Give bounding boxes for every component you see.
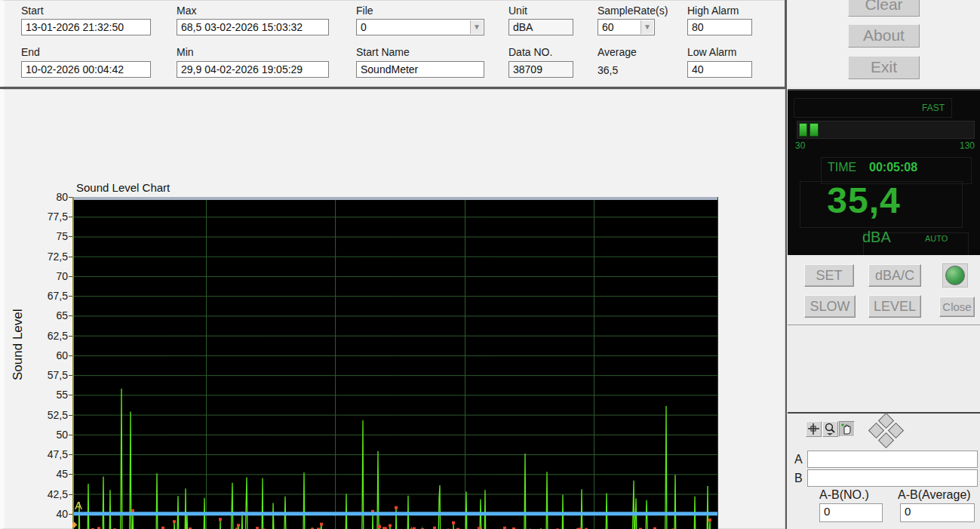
sample-rate-value: 60	[602, 21, 614, 33]
end-label: End	[21, 46, 40, 58]
low-alarm-label: Low Alarm	[687, 46, 736, 58]
y-tick-label: 55	[24, 389, 68, 401]
about-button[interactable]: About	[848, 24, 920, 48]
y-tick-label: 72,5	[24, 251, 68, 263]
magnifier-icon	[823, 422, 837, 436]
chart-panel: Sound Level Chart Sound Level Time 8077,…	[0, 89, 785, 529]
y-tick-label: 80	[24, 191, 68, 203]
data-no-field: 38709	[508, 61, 573, 78]
low-alarm-field[interactable]: 40	[687, 61, 752, 78]
zoom-tool-button[interactable]	[822, 421, 838, 437]
y-axis-title: Sound Level	[11, 309, 26, 380]
y-tick-label: 65	[24, 309, 68, 321]
sample-rate-combobox[interactable]: 60 ▼	[598, 19, 655, 35]
level-bar-segment	[809, 123, 819, 137]
unit-label: Unit	[508, 5, 527, 17]
file-combobox-value: 0	[361, 21, 367, 33]
datalog-header-panel: Start 13-01-2026 21:32:50 End 10-02-2026…	[0, 0, 785, 87]
window-buttons-panel: Clear About Exit	[788, 0, 980, 87]
high-alarm-label: High Alarm	[687, 5, 739, 17]
set-button[interactable]: SET	[804, 264, 854, 287]
start-label: Start	[21, 5, 44, 17]
y-tick-mark	[69, 217, 72, 217]
meter-unit-label: dBA	[862, 229, 891, 246]
y-tick-label: 62,5	[24, 330, 68, 342]
clear-button[interactable]: Clear	[848, 0, 920, 17]
level-button[interactable]: LEVEL	[868, 295, 921, 318]
y-tick-label: 45	[24, 468, 68, 480]
y-tick-mark	[69, 415, 72, 416]
average-value: 36,5	[598, 64, 618, 76]
end-field[interactable]: 10-02-2026 00:04:42	[21, 61, 151, 78]
ab-average-label: A-B(Average)	[898, 488, 971, 502]
close-button[interactable]: Close	[939, 297, 975, 317]
cursor-b-field[interactable]	[807, 469, 978, 487]
y-tick-label: 42,5	[24, 488, 68, 500]
led-tile	[942, 263, 968, 288]
y-tick-label: 57,5	[24, 369, 68, 381]
chart-title: Sound Level Chart	[76, 181, 170, 194]
range-mode-indicator: AUTO	[925, 234, 948, 243]
level-bargraph	[797, 121, 975, 139]
chevron-down-icon[interactable]: ▼	[641, 20, 653, 34]
start-field[interactable]: 13-01-2026 21:32:50	[21, 19, 151, 35]
soundmeter-app-window: Start 13-01-2026 21:32:50 End 10-02-2026…	[0, 0, 980, 529]
y-tick-mark	[69, 454, 72, 455]
sound-level-plot[interactable]	[72, 197, 718, 529]
min-field[interactable]: 29,9 04-02-2026 19:05:29	[177, 61, 329, 78]
unit-field: dBA	[508, 19, 573, 35]
y-tick-mark	[69, 296, 72, 297]
start-name-label: Start Name	[356, 46, 410, 58]
y-tick-mark	[69, 474, 72, 475]
cursor-b-label: B	[794, 472, 803, 485]
y-tick-label: 50	[24, 429, 68, 441]
legend-panel: AB SoundLevelFailureHigh AlarmLow Alarm	[788, 324, 980, 412]
dbac-button[interactable]: dBA/C	[868, 264, 921, 287]
file-combobox[interactable]: 0 ▼	[356, 19, 484, 35]
max-label: Max	[177, 5, 196, 17]
y-tick-mark	[69, 395, 72, 395]
current-level-readout: 35,4	[800, 180, 928, 221]
y-tick-mark	[69, 375, 72, 376]
y-tick-label: 75	[24, 230, 68, 242]
y-tick-mark	[69, 514, 72, 515]
slow-button[interactable]: SLOW	[804, 295, 856, 318]
hand-icon	[840, 422, 854, 436]
max-field[interactable]: 68,5 03-02-2026 15:03:32	[177, 19, 329, 35]
y-tick-mark	[69, 494, 72, 495]
crosshair-icon	[806, 422, 821, 436]
cursor-a-field[interactable]	[807, 451, 978, 468]
chevron-down-icon[interactable]: ▼	[470, 20, 483, 34]
cursor-tool-button[interactable]	[806, 421, 822, 437]
y-tick-label: 67,5	[24, 290, 68, 302]
bargraph-min-label: 30	[795, 140, 805, 151]
y-tick-mark	[69, 236, 72, 237]
y-tick-label: 47,5	[24, 448, 68, 460]
power-led-indicator	[945, 266, 965, 285]
start-name-field[interactable]: SoundMeter	[356, 61, 484, 78]
ab-count-label: A-B(NO.)	[819, 488, 869, 502]
sample-rate-label: SampleRate(s)	[598, 5, 668, 17]
time-label: TIME	[828, 161, 856, 174]
response-mode-indicator: FAST	[922, 103, 945, 113]
min-label: Min	[177, 46, 194, 58]
elapsed-time-value: 00:05:08	[869, 161, 917, 174]
ab-average-field[interactable]: 0	[900, 503, 975, 522]
high-alarm-field[interactable]: 80	[687, 19, 752, 35]
data-no-label: Data NO.	[508, 46, 552, 58]
y-tick-label: 70	[24, 270, 68, 282]
y-tick-label: 40	[24, 508, 68, 520]
navigation-diamond-pad[interactable]	[866, 414, 908, 448]
y-tick-mark	[69, 197, 72, 198]
y-tick-mark	[69, 315, 72, 316]
y-tick-mark	[69, 336, 72, 337]
pan-tool-button[interactable]	[839, 421, 855, 437]
ab-count-field[interactable]: 0	[819, 503, 883, 522]
y-tick-mark	[69, 355, 72, 356]
file-label: File	[356, 5, 373, 17]
y-tick-label: 77,5	[24, 211, 68, 223]
y-tick-label: 60	[24, 349, 68, 361]
y-tick-mark	[69, 257, 72, 257]
average-label: Average	[598, 46, 637, 58]
exit-button[interactable]: Exit	[848, 56, 920, 79]
